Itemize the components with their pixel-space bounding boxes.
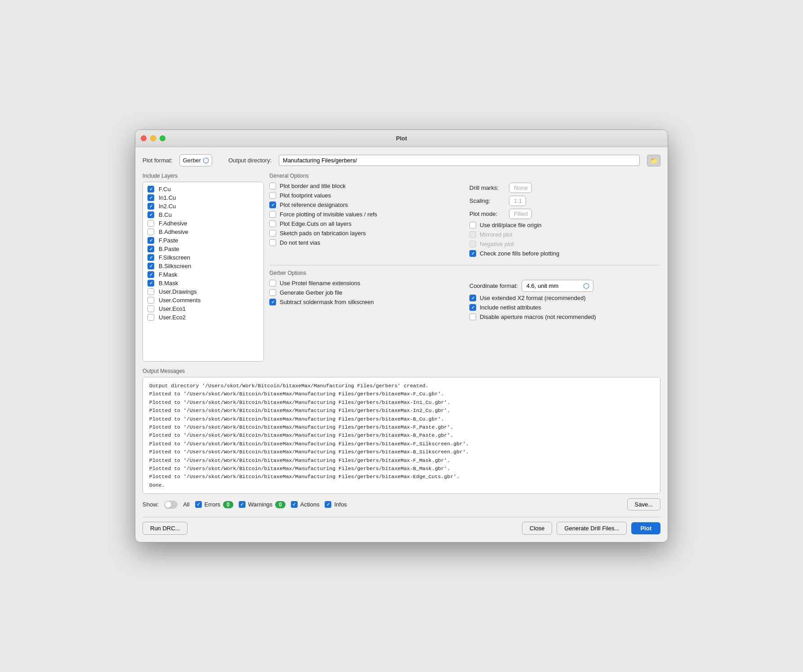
gerber-option-item[interactable]: Use Protel filename extensions — [269, 280, 460, 287]
gerber-right-option-item[interactable]: Include netlist attributes — [469, 304, 660, 311]
option-label: Disable aperture macros (not recommended… — [480, 314, 596, 320]
gerber-option-item[interactable]: Subtract soldermask from silkscreen — [269, 299, 460, 305]
all-toggle[interactable] — [164, 501, 178, 509]
dropdown-select[interactable]: None — [509, 183, 532, 193]
layer-item[interactable]: B.Mask — [143, 279, 263, 287]
dropdown-label: Scaling: — [469, 197, 505, 204]
layer-checkbox[interactable] — [147, 186, 154, 193]
layer-item[interactable]: B.Adhesive — [143, 228, 263, 236]
layer-checkbox[interactable] — [147, 271, 154, 278]
dropdown-select[interactable]: 1:1 — [509, 196, 526, 206]
option-checkbox[interactable] — [269, 230, 276, 237]
general-right-option-item[interactable]: Negative plot — [469, 241, 660, 247]
close-button[interactable]: Close — [522, 522, 552, 535]
layers-list[interactable]: F.CuIn1.CuIn2.CuB.CuF.AdhesiveB.Adhesive… — [143, 182, 264, 362]
general-option-item[interactable]: Do not tent vias — [269, 239, 460, 246]
layer-item[interactable]: In2.Cu — [143, 202, 263, 211]
layer-checkbox[interactable] — [147, 254, 154, 261]
gerber-right-option-item[interactable]: Use extended X2 format (recommended) — [469, 295, 660, 301]
general-option-item[interactable]: Sketch pads on fabrication layers — [269, 230, 460, 237]
maximize-button[interactable] — [160, 135, 165, 141]
layer-checkbox[interactable] — [147, 314, 154, 321]
layer-item[interactable]: User.Drawings — [143, 287, 263, 296]
gerber-right-option-item[interactable]: Disable aperture macros (not recommended… — [469, 314, 660, 320]
layer-checkbox[interactable] — [147, 288, 154, 295]
filter-label: Errors — [205, 501, 220, 508]
layer-checkbox[interactable] — [147, 297, 154, 304]
format-select[interactable]: Gerber ⬡ — [179, 154, 212, 166]
option-checkbox[interactable] — [269, 183, 276, 189]
general-option-item[interactable]: Plot border and title block — [269, 183, 460, 189]
general-option-item[interactable]: Plot reference designators — [269, 202, 460, 208]
output-messages-box[interactable]: Output directory '/Users/skot/Work/Bitco… — [143, 377, 660, 494]
layer-checkbox[interactable] — [147, 194, 154, 201]
minimize-button[interactable] — [150, 135, 156, 141]
output-line: Plotted to '/Users/skot/Work/Bitcoin/bit… — [149, 407, 654, 415]
coord-format-row: Coordinate format: 4.6, unit mm ⬡ — [469, 280, 660, 292]
layer-item[interactable]: B.Paste — [143, 245, 263, 253]
layer-item[interactable]: B.Silkscreen — [143, 262, 263, 270]
general-right-option-item[interactable]: Mirrored plot — [469, 231, 660, 238]
layer-item[interactable]: F.Mask — [143, 270, 263, 279]
layer-item[interactable]: In1.Cu — [143, 193, 263, 202]
option-label: Negative plot — [480, 241, 514, 247]
close-button[interactable] — [141, 135, 147, 141]
option-checkbox[interactable] — [469, 250, 476, 257]
run-drc-button[interactable]: Run DRC... — [143, 522, 187, 535]
layer-checkbox[interactable] — [147, 246, 154, 252]
coord-select[interactable]: 4.6, unit mm ⬡ — [522, 280, 593, 292]
layer-checkbox[interactable] — [147, 237, 154, 244]
option-checkbox[interactable] — [269, 220, 276, 227]
plot-button[interactable]: Plot — [631, 522, 660, 534]
filter-checkbox[interactable] — [239, 501, 245, 508]
option-checkbox[interactable] — [269, 299, 276, 305]
gerber-option-item[interactable]: Generate Gerber job file — [269, 289, 460, 296]
layer-checkbox[interactable] — [147, 211, 154, 218]
option-checkbox[interactable] — [469, 231, 476, 238]
general-right-option-item[interactable]: Use drill/place file origin — [469, 222, 660, 228]
main-window: Plot Plot format: Gerber ⬡ Output direct… — [135, 130, 668, 542]
filter-checkbox[interactable] — [291, 501, 298, 508]
layer-item[interactable]: B.Cu — [143, 211, 263, 219]
output-line: Plotted to '/Users/skot/Work/Bitcoin/bit… — [149, 399, 654, 407]
option-checkbox[interactable] — [269, 239, 276, 246]
layer-item[interactable]: User.Eco2 — [143, 313, 263, 322]
option-checkbox[interactable] — [469, 295, 476, 301]
option-checkbox[interactable] — [469, 314, 476, 320]
layer-checkbox[interactable] — [147, 220, 154, 227]
layer-item[interactable]: F.Paste — [143, 236, 263, 245]
layer-item[interactable]: User.Eco1 — [143, 305, 263, 313]
layer-item[interactable]: F.Silkscreen — [143, 253, 263, 262]
save-button[interactable]: Save... — [627, 498, 660, 511]
option-checkbox[interactable] — [469, 241, 476, 247]
option-checkbox[interactable] — [469, 222, 476, 228]
output-dir-input[interactable] — [279, 155, 640, 166]
general-option-item[interactable]: Plot footprint values — [269, 192, 460, 199]
option-checkbox[interactable] — [269, 192, 276, 199]
option-checkbox[interactable] — [469, 304, 476, 311]
layer-item[interactable]: User.Comments — [143, 296, 263, 305]
layer-checkbox[interactable] — [147, 305, 154, 312]
browse-folder-button[interactable]: 📁 — [647, 155, 660, 166]
filter-checkbox[interactable] — [325, 501, 331, 508]
general-right-option-item[interactable]: Check zone fills before plotting — [469, 250, 660, 257]
layer-checkbox[interactable] — [147, 228, 154, 235]
general-option-item[interactable]: Force plotting of invisible values / ref… — [269, 211, 460, 218]
filter-badge: 0 — [223, 501, 233, 508]
layer-checkbox[interactable] — [147, 203, 154, 210]
option-checkbox[interactable] — [269, 280, 276, 287]
generate-drill-button[interactable]: Generate Drill Files... — [557, 522, 627, 535]
option-checkbox[interactable] — [269, 211, 276, 218]
layer-checkbox[interactable] — [147, 263, 154, 269]
layer-checkbox[interactable] — [147, 280, 154, 287]
general-option-item[interactable]: Plot Edge.Cuts on all layers — [269, 220, 460, 227]
layer-item[interactable]: F.Cu — [143, 185, 263, 193]
dropdown-row: Scaling:1:1 — [469, 196, 660, 206]
option-checkbox[interactable] — [269, 202, 276, 208]
filter-checkbox[interactable] — [195, 501, 202, 508]
output-line: Plotted to '/Users/skot/Work/Bitcoin/bit… — [149, 431, 654, 439]
dropdown-select[interactable]: Filled — [509, 209, 532, 219]
option-checkbox[interactable] — [269, 289, 276, 296]
filter-item: Infos — [325, 501, 347, 508]
layer-item[interactable]: F.Adhesive — [143, 219, 263, 228]
